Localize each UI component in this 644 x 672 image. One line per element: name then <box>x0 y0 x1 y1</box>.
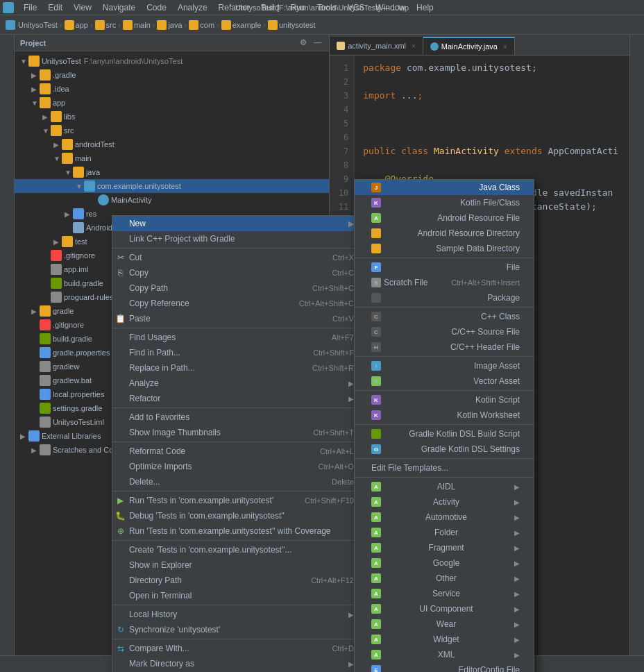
cpp-header-icon: H <box>371 342 381 352</box>
ctx-local-history[interactable]: Local History ▶ <box>112 607 368 622</box>
ctx-analyze[interactable]: Analyze ▶ <box>112 376 368 391</box>
submenu-fragment[interactable]: A Fragment ▶ <box>355 540 534 555</box>
code-line-4 <box>363 103 618 117</box>
ctx-copy-path[interactable]: Copy Path Ctrl+Shift+C <box>112 280 368 296</box>
tree-src[interactable]: ▼ src <box>15 124 329 137</box>
submenu-sample-data-dir[interactable]: Sample Data Directory <box>355 241 534 256</box>
ctx-show-thumbnails[interactable]: Show Image Thumbnails Ctrl+Shift+T <box>112 425 368 440</box>
ctx-copy-ref[interactable]: Copy Reference Ctrl+Alt+Shift+C <box>112 296 368 311</box>
ctx-refactor[interactable]: Refactor ▶ <box>112 391 368 406</box>
folder-icon <box>62 153 73 164</box>
submenu-service[interactable]: A Service ▶ <box>355 586 534 601</box>
submenu-java-class[interactable]: J Java Class <box>355 180 534 195</box>
submenu-cpp-source[interactable]: C C/C++ Source File <box>355 324 534 339</box>
tree-gradle-hidden[interactable]: ▶ .gradle <box>15 68 329 82</box>
menu-view[interactable]: View <box>68 0 97 15</box>
ctx-find-usages[interactable]: Find Usages Alt+F7 <box>112 330 368 345</box>
ctx-add-favorites[interactable]: Add to Favorites <box>112 410 368 425</box>
panel-header-actions: ⚙ — <box>298 37 323 48</box>
menu-file[interactable]: File <box>18 0 42 15</box>
service-icon: A <box>371 589 381 598</box>
panel-minimize-btn[interactable]: — <box>312 37 323 48</box>
tree-root[interactable]: ▼ UnitysoTest F:\anyun\android\UnitysoTe… <box>15 54 329 68</box>
ctx-find-path[interactable]: Find in Path... Ctrl+Shift+F <box>112 345 368 360</box>
breadcrumb-item-src[interactable]: src <box>106 21 117 29</box>
tab-close[interactable]: × <box>503 43 507 51</box>
menu-help[interactable]: Help <box>411 0 439 15</box>
submenu-scratch-file[interactable]: S Scratch File Ctrl+Alt+Shift+Insert <box>355 275 534 290</box>
submenu-android-resource-file[interactable]: A Android Resource File <box>355 210 534 226</box>
submenu-editorconfig[interactable]: E EditorConfig File <box>355 662 534 672</box>
menu-navigate[interactable]: Navigate <box>97 0 141 15</box>
submenu-package[interactable]: Package <box>355 290 534 305</box>
tree-java[interactable]: ▼ java <box>15 165 329 179</box>
label: build.gradle <box>53 335 92 343</box>
submenu-cpp-header[interactable]: H C/C++ Header File <box>355 339 534 355</box>
ctx-new[interactable]: New ▶ <box>112 216 368 231</box>
ctx-compare-with[interactable]: ⇆ Compare With... Ctrl+D <box>112 641 368 656</box>
tree-libs[interactable]: ▶ libs <box>15 110 329 124</box>
menu-code[interactable]: Code <box>141 0 172 15</box>
submenu-aidl[interactable]: A AIDL ▶ <box>355 479 534 494</box>
submenu-google[interactable]: A Google ▶ <box>355 555 534 571</box>
breadcrumb-item-example[interactable]: example <box>232 21 262 29</box>
ctx-delete[interactable]: Delete... Delete <box>112 474 368 489</box>
ctx-link-cpp[interactable]: Link C++ Project with Gradle <box>112 231 368 246</box>
tree-idea[interactable]: ▶ .idea <box>15 82 329 96</box>
ctx-run-coverage[interactable]: ⊕ Run 'Tests in 'com.example.unitysotest… <box>112 523 368 539</box>
menu-edit[interactable]: Edit <box>42 0 68 15</box>
submenu-kotlin-worksheet[interactable]: K Kotlin Worksheet <box>355 408 534 423</box>
ctx-reformat[interactable]: Reformat Code Ctrl+Alt+L <box>112 444 368 459</box>
ctx-run-tests[interactable]: ▶ Run 'Tests in 'com.example.unitysotest… <box>112 493 368 508</box>
tree-androidtest[interactable]: ▶ androidTest <box>15 137 329 151</box>
submenu-gradle-dsl-build[interactable]: Gradle Kotlin DSL Build Script <box>355 426 534 442</box>
panel-settings-btn[interactable]: ⚙ <box>298 37 309 48</box>
submenu-xml[interactable]: A XML ▶ <box>355 647 534 662</box>
ctx-open-terminal[interactable]: Open in Terminal <box>112 588 368 603</box>
submenu-folder[interactable]: A Folder ▶ <box>355 525 534 540</box>
ctx-paste[interactable]: 📋 Paste Ctrl+V <box>112 311 368 326</box>
ctx-create-tests[interactable]: Create 'Tests in 'com.example.unitysotes… <box>112 542 368 557</box>
submenu-image-asset[interactable]: I Image Asset <box>355 358 534 373</box>
code-line-5 <box>363 117 618 131</box>
tab-label: MainActivity.java <box>441 42 498 51</box>
breadcrumb-item-unitysotest2[interactable]: unitysotest <box>279 21 316 29</box>
submenu-widget[interactable]: A Widget ▶ <box>355 632 534 647</box>
submenu-kotlin-script[interactable]: K Kotlin Script <box>355 392 534 408</box>
submenu-android-resource-dir[interactable]: Android Resource Directory <box>355 226 534 241</box>
tab-close[interactable]: × <box>412 42 416 50</box>
tab-activity-main-xml[interactable]: activity_main.xml × <box>330 37 423 55</box>
ctx-sync[interactable]: ↻ Synchronize 'unitysotest' <box>112 622 368 637</box>
submenu-gradle-dsl-settings[interactable]: G Gradle Kotlin DSL Settings <box>355 442 534 457</box>
ctx-show-explorer[interactable]: Show in Explorer <box>112 557 368 573</box>
submenu-other[interactable]: A Other ▶ <box>355 571 534 586</box>
ctx-replace-path[interactable]: Replace in Path... Ctrl+Shift+R <box>112 360 368 376</box>
ctx-mark-dir[interactable]: Mark Directory as ▶ <box>112 656 368 671</box>
breadcrumb-item-app[interactable]: app <box>76 21 88 29</box>
tree-main[interactable]: ▼ main <box>15 151 329 165</box>
ctx-copy[interactable]: ⎘ Copy Ctrl+C <box>112 265 368 280</box>
submenu-wear[interactable]: A Wear ▶ <box>355 616 534 632</box>
breadcrumb-item-com[interactable]: com <box>200 21 214 29</box>
label: UnitysoTest.iml <box>53 418 104 426</box>
breadcrumb-item-unitysotest[interactable]: UnitysoTest <box>18 21 58 29</box>
menu-analyze[interactable]: Analyze <box>172 0 213 15</box>
ctx-optimize-imports[interactable]: Optimize Imports Ctrl+Alt+O <box>112 459 368 474</box>
submenu-edit-templates[interactable]: Edit File Templates... <box>355 460 534 476</box>
submenu-automotive[interactable]: A Automotive ▶ <box>355 510 534 525</box>
tree-package[interactable]: ▼ com.example.unitysotest <box>15 179 329 193</box>
ctx-dir-path[interactable]: Directory Path Ctrl+Alt+F12 <box>112 573 368 588</box>
submenu-file[interactable]: F File <box>355 260 534 275</box>
submenu-cpp-class[interactable]: C C++ Class <box>355 309 534 324</box>
breadcrumb-item-main[interactable]: main <box>134 21 151 29</box>
submenu-vector-asset[interactable]: V Vector Asset <box>355 373 534 389</box>
ctx-debug-tests[interactable]: 🐛 Debug 'Tests in 'com.example.unitysote… <box>112 508 368 523</box>
tree-app[interactable]: ▼ app <box>15 96 329 110</box>
tree-mainactivity[interactable]: MainActivity <box>15 193 329 207</box>
submenu-ui-component[interactable]: A UI Component ▶ <box>355 601 534 616</box>
ctx-cut[interactable]: ✂ Cut Ctrl+X <box>112 250 368 265</box>
submenu-kotlin-file[interactable]: K Kotlin File/Class <box>355 195 534 210</box>
tab-mainactivity-java[interactable]: MainActivity.java × <box>423 37 515 55</box>
breadcrumb-item-java[interactable]: java <box>168 21 182 29</box>
submenu-activity[interactable]: A Activity ▶ <box>355 494 534 510</box>
